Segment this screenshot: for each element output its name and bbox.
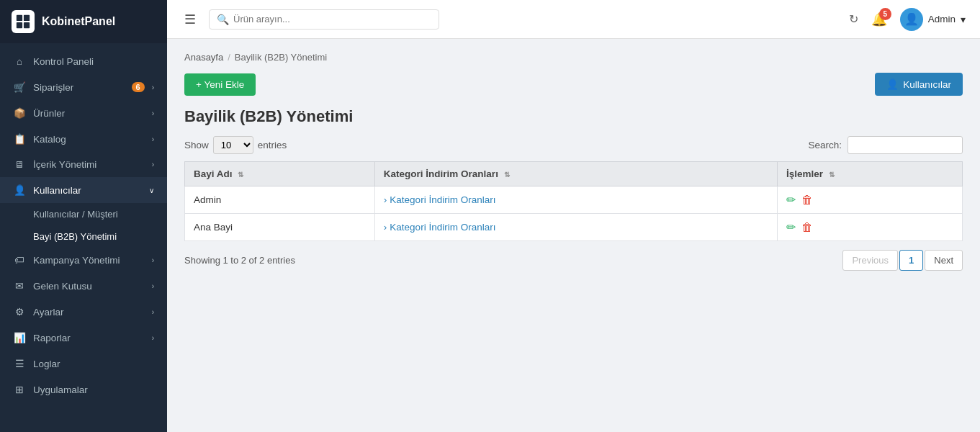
chevron-right-icon: › bbox=[152, 84, 154, 91]
edit-button[interactable]: ✏ bbox=[786, 193, 796, 207]
sidebar-item-icerik-yonetimi[interactable]: 🖥 İçerik Yönetimi › bbox=[0, 152, 167, 177]
show-entries-control: Show 10 25 50 100 entries bbox=[184, 136, 287, 154]
topbar-right: ↻ 🔔 5 👤 Admin ▾ bbox=[849, 8, 966, 31]
kategori-indirim-link[interactable]: › Kategori İndirim Oranları bbox=[384, 194, 768, 205]
svg-rect-3 bbox=[24, 22, 30, 28]
chevron-right-icon: › bbox=[152, 256, 154, 264]
table-header: Bayi Adı ⇅ Kategori İndirim Oranları ⇅ İ… bbox=[185, 162, 963, 186]
notifications-button[interactable]: 🔔 5 bbox=[871, 12, 887, 27]
delete-button[interactable]: 🗑 bbox=[801, 221, 813, 234]
box-icon: 📦 bbox=[13, 107, 26, 119]
users-button-label: Kullanıcılar bbox=[903, 79, 951, 90]
sidebar-item-siparisler[interactable]: 🛒 Siparişler 6 › bbox=[0, 74, 167, 100]
breadcrumb-home[interactable]: Anasayfa bbox=[184, 52, 223, 63]
col-kategori-indirim[interactable]: Kategori İndirim Oranları ⇅ bbox=[374, 162, 777, 186]
sidebar-item-raporlar[interactable]: 📊 Raporlar › bbox=[0, 325, 167, 351]
sidebar-item-kullanicilar-musteri[interactable]: Kullanıcılar / Müşteri bbox=[0, 203, 167, 225]
sidebar-item-gelen-kutusu[interactable]: ✉ Gelen Kutusu › bbox=[0, 273, 167, 299]
sidebar-item-uygulamalar[interactable]: ⊞ Uygulamalar bbox=[0, 377, 167, 402]
chevron-right-icon: › bbox=[152, 308, 154, 316]
delete-button[interactable]: 🗑 bbox=[801, 194, 813, 207]
action-cell: ✏ 🗑 bbox=[786, 193, 953, 207]
table-controls: Show 10 25 50 100 entries Search: bbox=[184, 136, 963, 154]
list-icon: ☰ bbox=[13, 358, 26, 369]
sidebar-item-label: Loglar bbox=[33, 359, 154, 369]
siparisler-badge: 6 bbox=[132, 82, 145, 92]
search-label: Search: bbox=[808, 140, 842, 150]
sort-icon: ⇅ bbox=[829, 171, 835, 179]
home-icon: ⌂ bbox=[13, 56, 26, 67]
sidebar-item-kampanya-yonetimi[interactable]: 🏷 Kampanya Yönetimi › bbox=[0, 248, 167, 273]
search-input[interactable] bbox=[233, 14, 431, 24]
sidebar-item-bayi-b2b-yonetimi[interactable]: Bayi (B2B) Yönetimi bbox=[0, 225, 167, 248]
tag-icon: 🏷 bbox=[13, 255, 26, 266]
table-row: Admin › Kategori İndirim Oranları ✏ 🗑 bbox=[185, 186, 963, 214]
chevron-right-icon: › bbox=[152, 135, 154, 143]
breadcrumb: Anasayfa / Bayilik (B2B) Yönetimi bbox=[184, 52, 963, 63]
page-1-button[interactable]: 1 bbox=[899, 250, 923, 271]
avatar: 👤 bbox=[900, 8, 923, 31]
search-icon: 🔍 bbox=[217, 14, 229, 25]
data-table: Bayi Adı ⇅ Kategori İndirim Oranları ⇅ İ… bbox=[184, 161, 963, 241]
chevron-right-icon: › bbox=[152, 109, 154, 117]
bayi-adi-cell: Admin bbox=[185, 186, 375, 214]
islemler-cell: ✏ 🗑 bbox=[778, 186, 963, 214]
sidebar-header: KobinetPanel bbox=[0, 0, 167, 43]
kategori-indirim-link[interactable]: › Kategori İndirim Oranları bbox=[384, 222, 768, 233]
sidebar-item-loglar[interactable]: ☰ Loglar bbox=[0, 351, 167, 377]
refresh-button[interactable]: ↻ bbox=[849, 12, 858, 26]
action-cell: ✏ 🗑 bbox=[786, 220, 953, 234]
sidebar-item-label: Uygulamalar bbox=[33, 384, 154, 395]
sidebar-item-label: Kullanıcılar bbox=[33, 185, 142, 196]
sort-icon: ⇅ bbox=[504, 171, 510, 179]
sidebar-nav: ⌂ Kontrol Paneli 🛒 Siparişler 6 › 📦 Ürün… bbox=[0, 43, 167, 432]
main-area: ☰ 🔍 ↻ 🔔 5 👤 Admin ▾ Anasayfa / Bayilik (… bbox=[167, 0, 980, 432]
sub-item-label: Bayi (B2B) Yönetimi bbox=[33, 231, 117, 242]
sidebar-item-kullanicilar[interactable]: 👤 Kullanıcılar ∨ bbox=[0, 177, 167, 203]
pagination: Previous 1 Next bbox=[842, 250, 963, 271]
grid-icon: ⊞ bbox=[13, 384, 26, 395]
user-icon: 👤 bbox=[886, 78, 899, 90]
islemler-cell: ✏ 🗑 bbox=[778, 214, 963, 241]
admin-menu-button[interactable]: 👤 Admin ▾ bbox=[900, 8, 966, 31]
sidebar-item-label: Katalog bbox=[33, 134, 145, 145]
sidebar-item-urunler[interactable]: 📦 Ürünler › bbox=[0, 100, 167, 126]
sub-item-label: Kullanıcılar / Müşteri bbox=[33, 209, 118, 220]
table-body: Admin › Kategori İndirim Oranları ✏ 🗑 bbox=[185, 186, 963, 241]
entries-info: Showing 1 to 2 of 2 entries bbox=[184, 255, 295, 266]
topbar: ☰ 🔍 ↻ 🔔 5 👤 Admin ▾ bbox=[167, 0, 980, 39]
table-search-input[interactable] bbox=[848, 136, 963, 154]
sidebar-item-label: Gelen Kutusu bbox=[33, 281, 145, 292]
show-label: Show bbox=[184, 140, 209, 150]
edit-button[interactable]: ✏ bbox=[786, 220, 796, 234]
table-row: Ana Bayi › Kategori İndirim Oranları ✏ 🗑 bbox=[185, 214, 963, 241]
svg-rect-0 bbox=[17, 15, 22, 21]
previous-button[interactable]: Previous bbox=[842, 250, 898, 271]
col-bayi-adi[interactable]: Bayi Adı ⇅ bbox=[185, 162, 375, 186]
chevron-down-icon: ▾ bbox=[961, 14, 966, 25]
users-button[interactable]: 👤 Kullanıcılar bbox=[875, 73, 963, 96]
add-new-button[interactable]: + Yeni Ekle bbox=[184, 73, 256, 96]
sidebar-item-katalog[interactable]: 📋 Katalog › bbox=[0, 126, 167, 152]
chevron-right-icon: › bbox=[384, 194, 387, 205]
sidebar-item-ayarlar[interactable]: ⚙ Ayarlar › bbox=[0, 299, 167, 325]
brand-logo bbox=[12, 10, 35, 33]
notification-badge: 5 bbox=[879, 8, 891, 20]
sidebar-item-label: Ayarlar bbox=[33, 307, 145, 318]
content-header: + Yeni Ekle 👤 Kullanıcılar bbox=[184, 73, 963, 96]
sidebar-item-kontrol-paneli[interactable]: ⌂ Kontrol Paneli bbox=[0, 49, 167, 74]
entries-select[interactable]: 10 25 50 100 bbox=[213, 136, 253, 154]
col-islemler: İşlemler ⇅ bbox=[778, 162, 963, 186]
hamburger-button[interactable]: ☰ bbox=[181, 9, 199, 30]
chevron-right-icon: › bbox=[152, 282, 154, 290]
kategori-indirim-cell: › Kategori İndirim Oranları bbox=[374, 186, 777, 214]
user-icon: 👤 bbox=[13, 184, 26, 196]
sidebar-item-label: Kontrol Paneli bbox=[33, 56, 154, 67]
next-button[interactable]: Next bbox=[925, 250, 963, 271]
entries-label: entries bbox=[258, 140, 287, 150]
chevron-down-icon: ∨ bbox=[149, 186, 154, 194]
chart-icon: 📊 bbox=[13, 332, 26, 343]
content-area: Anasayfa / Bayilik (B2B) Yönetimi + Yeni… bbox=[167, 39, 980, 432]
chevron-right-icon: › bbox=[152, 161, 154, 168]
gear-icon: ⚙ bbox=[13, 306, 26, 318]
